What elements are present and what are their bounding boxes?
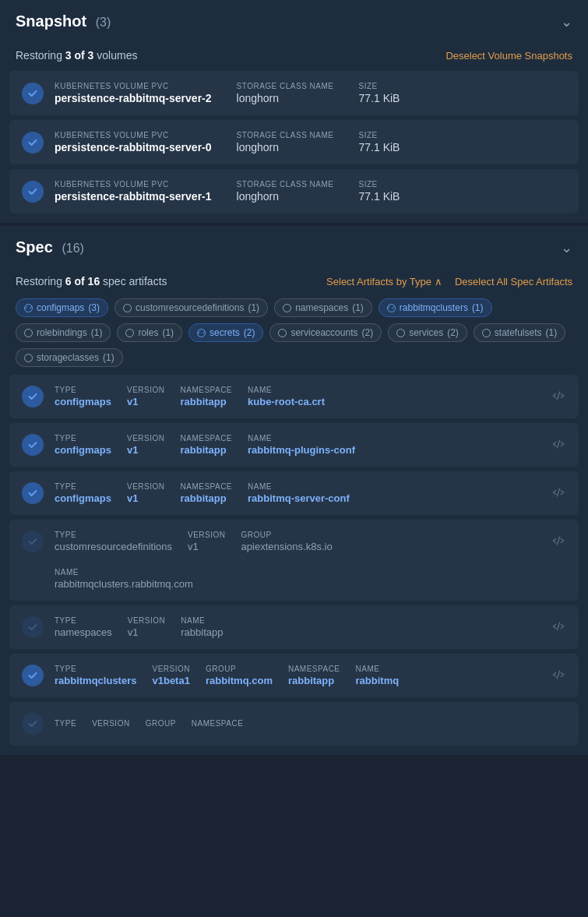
artifact-field-group: NAMESPACE rabbitapp (180, 482, 232, 504)
select-artifacts-button[interactable]: Select Artifacts by Type ∧ (326, 276, 442, 287)
crd-version-group: VERSION v1 (188, 531, 226, 552)
artifact-field-label: NAMESPACE (288, 665, 340, 673)
artifact-field-label: VERSION (127, 386, 165, 394)
partial-check-circle (22, 713, 44, 735)
partial-version-label: VERSION (92, 719, 130, 728)
snapshot-meta: Restoring 3 of 3 volumes Deselect Volume… (0, 43, 588, 71)
size-group: SIZE 77.1 KiB (359, 82, 400, 104)
filter-chip[interactable]: namespaces (1) (274, 298, 372, 317)
chip-radio-icon (283, 304, 291, 312)
chip-count: (2) (361, 327, 373, 338)
artifact-field-value: configmaps (55, 444, 111, 456)
artifact-field-label: TYPE (55, 482, 111, 491)
chip-label: configmaps (37, 302, 84, 313)
chip-count: (3) (88, 302, 100, 313)
artifact-field-label: TYPE (55, 434, 111, 443)
artifact-field-label: NAME (248, 386, 325, 394)
snapshot-section-header[interactable]: Snapshot (3) ⌄ (0, 0, 588, 43)
code-view-icon[interactable] (551, 619, 566, 637)
volume-fields: KUBERNETES VOLUME PVC persistence-rabbit… (55, 180, 566, 203)
chip-count: (1) (103, 352, 114, 363)
filter-chip[interactable]: ✓ rabbitmqclusters (1) (379, 298, 492, 317)
artifact-card-crd: TYPE customresourcedefinitions VERSION v… (9, 520, 579, 601)
crd-group-label: GROUP (241, 531, 333, 539)
size-label: SIZE (359, 180, 400, 189)
filter-chip[interactable]: customresourcedefinitions (1) (114, 298, 268, 317)
artifact-fields: TYPE configmaps VERSION v1 NAMESPACE rab… (55, 386, 540, 407)
artifact-field-value: kube-root-ca.crt (248, 396, 325, 407)
crd-type-label: TYPE (55, 531, 172, 539)
chip-radio-icon (125, 329, 134, 337)
deselect-all-spec-link[interactable]: Deselect All Spec Artifacts (455, 276, 572, 287)
code-view-icon[interactable] (551, 485, 566, 503)
artifact-field-value: rabbitapp (180, 396, 232, 407)
volume-card: KUBERNETES VOLUME PVC persistence-rabbit… (9, 71, 579, 115)
artifact-field-label: NAME (181, 616, 223, 625)
chip-radio-icon: ✓ (24, 304, 33, 312)
artifact-check-icon (27, 670, 38, 681)
crd-type-group: TYPE customresourcedefinitions (55, 531, 172, 552)
chip-radio-icon (24, 354, 33, 362)
artifact-check-circle (22, 386, 44, 407)
artifact-check-circle (22, 665, 44, 686)
chip-count: (1) (546, 327, 558, 338)
filter-chip[interactable]: ✓ secrets (2) (188, 323, 263, 342)
crd-name-label: NAME (55, 568, 193, 577)
chip-radio-icon (24, 329, 33, 337)
crd-version-label: VERSION (188, 531, 226, 539)
storage-class-label: STORAGE CLASS NAME (237, 131, 334, 139)
kube-pvc-value: persistence-rabbitmq-server-0 (55, 141, 212, 153)
chip-radio-icon: ✓ (387, 304, 396, 312)
artifact-field-group: VERSION v1 (128, 616, 166, 638)
artifact-field-group: NAME rabbitmq-server-conf (248, 482, 350, 504)
size-label: SIZE (359, 131, 400, 139)
crd-code-icon[interactable] (551, 533, 566, 551)
artifact-field-label: VERSION (127, 482, 165, 491)
check-icon (27, 186, 38, 197)
storage-class-value: longhorn (237, 190, 334, 203)
size-value: 77.1 KiB (359, 141, 400, 153)
artifact-check-icon (27, 622, 38, 633)
filter-chip[interactable]: storageclasses (1) (16, 348, 123, 367)
chip-label: roles (138, 327, 158, 338)
spec-section-header[interactable]: Spec (16) ⌄ (0, 226, 588, 269)
kube-pvc-group: KUBERNETES VOLUME PVC persistence-rabbit… (55, 180, 212, 203)
code-view-icon[interactable] (551, 436, 566, 454)
chip-label: secrets (209, 327, 240, 338)
filter-chip[interactable]: statefulsets (1) (474, 323, 565, 342)
chip-radio-icon (396, 329, 405, 337)
kube-pvc-label: KUBERNETES VOLUME PVC (55, 180, 212, 189)
chevron-up-icon: ∧ (435, 276, 442, 287)
spec-meta: Restoring 6 of 16 spec artifacts Select … (0, 269, 588, 295)
filter-chip[interactable]: ✓ configmaps (3) (16, 298, 108, 317)
partial-group-label: GROUP (146, 719, 176, 728)
crd-name-value: rabbitmqclusters.rabbitmq.com (55, 578, 193, 590)
code-view-icon[interactable] (551, 667, 566, 685)
artifact-card: TYPE configmaps VERSION v1 NAMESPACE rab… (9, 471, 579, 515)
deselect-volume-snapshots-link[interactable]: Deselect Volume Snapshots (445, 50, 572, 62)
artifact-fields: TYPE configmaps VERSION v1 NAMESPACE rab… (55, 482, 540, 504)
filter-chip[interactable]: roles (1) (117, 323, 182, 342)
filter-chip[interactable]: serviceaccounts (2) (269, 323, 382, 342)
artifact-fields: TYPE namespaces VERSION v1 NAME rabbitap… (55, 616, 540, 638)
volume-fields: KUBERNETES VOLUME PVC persistence-rabbit… (55, 131, 566, 153)
partial-group-group: GROUP (146, 719, 176, 729)
size-value: 77.1 KiB (359, 92, 400, 104)
filter-chip[interactable]: services (2) (388, 323, 467, 342)
snapshot-title-group: Snapshot (3) (16, 12, 111, 30)
storage-class-group: STORAGE CLASS NAME longhorn (237, 180, 334, 203)
crd-group-group: GROUP apiextensions.k8s.io (241, 531, 333, 552)
chip-count: (1) (248, 302, 259, 313)
kube-pvc-value: persistence-rabbitmq-server-1 (55, 190, 212, 203)
artifact-field-label: NAMESPACE (180, 482, 232, 491)
spec-restoring-text: Restoring 6 of 16 spec artifacts (16, 275, 167, 287)
code-view-icon[interactable] (551, 388, 566, 406)
artifact-field-label: VERSION (128, 616, 166, 625)
artifact-field-group: NAMESPACE rabbitapp (180, 434, 232, 456)
artifact-field-group: NAMESPACE rabbitapp (180, 386, 232, 407)
artifact-field-label: NAME (248, 482, 350, 491)
filter-chip[interactable]: rolebindings (1) (16, 323, 111, 342)
artifact-field-value: rabbitmq (356, 675, 400, 686)
artifact-card: TYPE rabbitmqclusters VERSION v1beta1 GR… (9, 654, 579, 697)
storage-class-value: longhorn (237, 92, 334, 104)
